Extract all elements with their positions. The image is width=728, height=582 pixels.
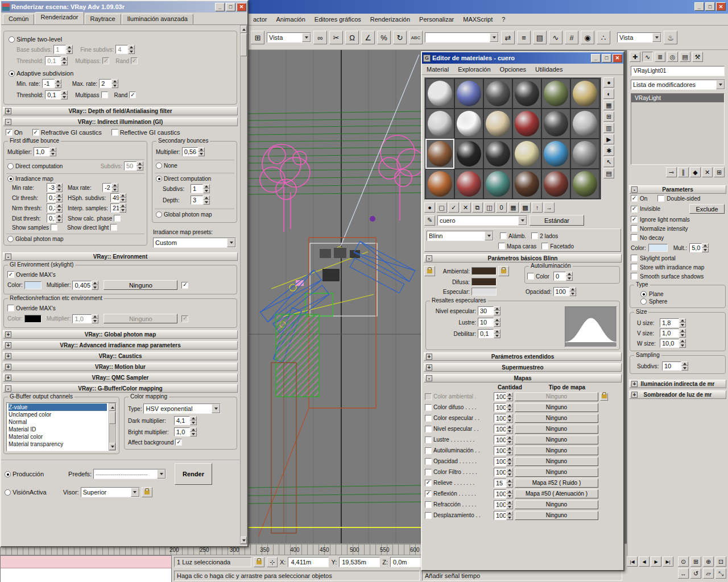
maximize-button[interactable]: □ [226,3,235,11]
interp-samples-field[interactable]: 21 [110,203,119,213]
zoom-all-icon[interactable]: ⊞ [690,556,701,567]
material-slot[interactable] [454,109,483,139]
gi-env-color-swatch[interactable] [24,281,42,289]
rollout-qmc-sampler[interactable]: VRay:: QMC Sampler [3,373,238,382]
rand-checkbox[interactable] [131,57,138,64]
expand-icon[interactable] [5,364,11,370]
map-slot-button[interactable]: Ninguno [515,435,598,444]
named-selection-dropdown[interactable] [425,32,499,43]
listener-macro-row[interactable] [1,556,171,568]
env-map-enable-checkbox[interactable] [181,282,188,289]
field-of-view-icon[interactable]: ▱ [703,568,714,579]
material-slot[interactable] [512,109,541,139]
dialog-scrollbar[interactable] [240,25,247,544]
material-slot[interactable] [483,169,512,199]
collapse-icon[interactable] [426,255,432,261]
material-slot[interactable] [454,78,483,109]
spinner[interactable] [681,361,688,371]
min-rate-field[interactable]: -1 [42,79,55,88]
gbuffer-channel-list[interactable]: Z-value Unclamped color Normal Material … [6,402,117,451]
spinner[interactable] [203,196,210,205]
rollout-motion-blur[interactable]: VRay:: Motion blur [3,363,238,371]
reflective-caustics-checkbox[interactable] [111,129,118,136]
percent-snap-icon[interactable]: % [377,31,391,44]
expand-icon[interactable] [631,392,638,398]
store-irradiance-checkbox[interactable] [631,264,638,271]
map-slot-button[interactable]: Ninguno [515,468,598,477]
sample-tiling-icon[interactable]: ⊞ [603,111,614,122]
maxscript-mini-listener[interactable] [0,555,172,582]
wire-checkbox[interactable] [500,232,507,239]
none-radio[interactable] [156,163,162,169]
chevron-down-icon[interactable] [652,33,661,42]
menu-material[interactable]: Material [422,65,453,74]
rollout-global-photon-map[interactable]: VRay:: Global photon map [3,330,238,339]
configure-modifier-sets-icon[interactable]: ⊞ [714,167,725,177]
threshold-field[interactable]: 0,1 [45,56,61,65]
pin-stack-icon[interactable]: ⊸ [666,167,677,177]
modifier-stack[interactable]: VRayLight [631,93,725,165]
object-name-field[interactable]: VRayLight01 [631,66,725,76]
double-sided-checkbox[interactable] [657,195,664,202]
material-slot[interactable] [541,139,570,169]
map-amount-field[interactable]: 100 [494,511,506,520]
chevron-down-icon[interactable] [131,488,139,497]
spinner[interactable] [494,306,500,315]
viewport-layout-icon[interactable]: ⊞ [251,31,264,44]
ignore-light-normals-checkbox[interactable] [631,216,638,223]
map-checkbox-relieve[interactable] [425,480,432,487]
map-slot-button[interactable]: Ninguno [515,392,598,401]
rollout-caustics[interactable]: VRay:: Caustics [3,352,238,360]
specular-level-field[interactable]: 30 [478,306,494,315]
sample-palette[interactable] [424,77,602,200]
shader-dropdown[interactable]: Blinn [427,231,494,241]
stack-item-vraylight[interactable]: VRayLight [631,94,724,102]
material-id-channel-icon[interactable]: 0 [496,202,507,213]
rollout-environment[interactable]: VRay:: Environment [3,252,238,261]
show-samples-checkbox[interactable] [51,224,57,231]
collapse-icon[interactable] [5,385,11,392]
rollout-maps[interactable]: Mapas [424,374,622,383]
env-map-enable-checkbox[interactable] [181,315,188,322]
app-close-button[interactable]: ✕ [716,2,726,11]
close-button[interactable]: ✕ [613,54,622,63]
go-forward-icon[interactable]: → [544,202,555,213]
material-slot-active-cuero[interactable] [425,139,454,169]
tab-hierarchy-icon[interactable]: ≣ [655,52,665,62]
chevron-down-icon[interactable] [485,231,493,240]
material-slot[interactable] [570,78,599,109]
spinner[interactable] [494,318,500,327]
spinner[interactable] [203,184,210,193]
material-map-navigator-icon[interactable]: ▤ [603,168,614,178]
angle-snap-icon[interactable]: ∠ [361,31,375,44]
subdivs-field[interactable]: 50 [124,161,136,171]
spinner[interactable] [49,147,56,156]
map-checkbox[interactable] [425,501,432,508]
spinner[interactable] [92,281,98,290]
override-max-checkbox[interactable] [7,305,14,311]
map-slot-button-ruido[interactable]: Mapa #52 ( Ruido ) [515,479,598,488]
tab-utilities-icon[interactable]: ⚒ [692,52,703,62]
self-illum-color-checkbox[interactable] [527,273,534,280]
unlink-selection-icon[interactable]: ✂ [329,31,343,44]
predefs-dropdown[interactable]: ------------------------- [93,469,166,479]
rollout-dof-aa[interactable]: VRay:: Depth of field/Antialiasing filte… [3,107,238,115]
map-checkbox[interactable] [425,393,432,400]
material-slot[interactable] [541,78,570,109]
depth-field[interactable]: 3 [191,196,203,205]
remove-modifier-icon[interactable]: ✕ [702,167,713,177]
dist-thresh-field[interactable]: 0,1 [47,214,56,223]
map-checkbox[interactable] [425,458,432,465]
play-backwards-button[interactable]: ◀ [639,556,650,567]
vista-dropdown[interactable]: Vista [267,32,311,43]
subdivs-field[interactable]: 1 [191,184,203,193]
menu-item-editores-graficos[interactable]: Editores gráficos [310,15,366,24]
spinner[interactable] [679,339,686,348]
app-maximize-button[interactable]: □ [705,2,715,11]
map-checkbox[interactable] [425,512,432,519]
max-rate-field[interactable]: 2 [99,79,111,88]
render-button[interactable]: Render [175,463,212,485]
material-slot[interactable] [512,139,541,169]
expand-icon[interactable] [426,354,432,360]
map-slot-button[interactable]: Ninguno [515,414,598,423]
